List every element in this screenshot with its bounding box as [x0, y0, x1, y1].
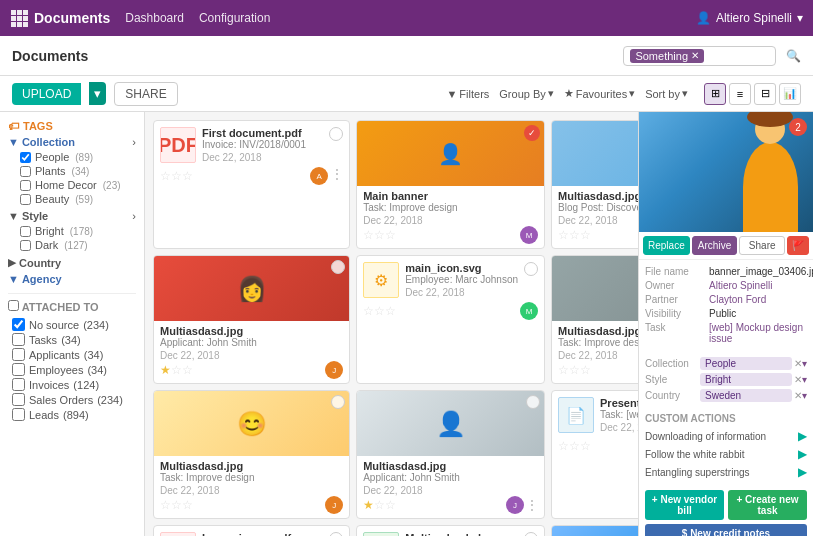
search-bar[interactable]: Something ✕: [623, 46, 776, 66]
doc-card-2[interactable]: 🏔 Multiasdasd.jpg Blog Post: Discover Od…: [551, 120, 638, 249]
attached-invoices[interactable]: Invoices (124): [8, 377, 136, 392]
search-icon[interactable]: 🔍: [786, 49, 801, 63]
sidebar-item-plants[interactable]: Plants (34): [8, 164, 136, 178]
grid-view-button[interactable]: ⊞: [704, 83, 726, 105]
attached-no-source[interactable]: No source (234): [8, 317, 136, 332]
doc-select-7[interactable]: [526, 395, 540, 409]
vendor-bill-button[interactable]: + New vendor bill: [645, 490, 724, 520]
panel-share-button[interactable]: Share: [739, 236, 785, 255]
dark-checkbox[interactable]: [20, 240, 31, 251]
tags-title: 🏷 TAGS: [8, 120, 136, 132]
invoices-checkbox[interactable]: [12, 378, 25, 391]
people-checkbox[interactable]: [20, 152, 31, 163]
panel-flag-button[interactable]: 🚩: [787, 236, 809, 255]
doc-card-4[interactable]: ⚙ main_icon.svg Employee: Marc Johnson D…: [356, 255, 545, 384]
doc-card-1[interactable]: 👤 ✓ Main banner Task: Improve design Dec…: [356, 120, 545, 249]
doc-stars-6[interactable]: ☆☆☆: [160, 498, 193, 512]
doc-select-3[interactable]: [331, 260, 345, 274]
panel-replace-button[interactable]: Replace: [643, 236, 690, 255]
sidebar-item-home-decor[interactable]: Home Decor (23): [8, 178, 136, 192]
panel-archive-button[interactable]: Archive: [692, 236, 738, 255]
style-arrow[interactable]: ▾: [802, 374, 807, 385]
collection-remove[interactable]: ✕: [794, 358, 802, 369]
doc-card-10[interactable]: X Multiasdasd.xls Employee: Marc Johnson…: [356, 525, 545, 536]
doc-card-6[interactable]: 😊 Multiasdasd.jpg Task: Improve design D…: [153, 390, 350, 519]
sidebar-agency[interactable]: ▼ Agency: [8, 273, 136, 285]
custom-action-2[interactable]: Entangling superstrings ▶: [645, 464, 807, 480]
sidebar-style[interactable]: ▼ Style ›: [8, 210, 136, 222]
custom-action-0[interactable]: Downloading of information ▶: [645, 428, 807, 444]
sales-orders-checkbox[interactable]: [12, 393, 25, 406]
attached-sales-orders[interactable]: Sales Orders (234): [8, 392, 136, 407]
tasks-checkbox[interactable]: [12, 333, 25, 346]
chart-view-button[interactable]: 📊: [779, 83, 801, 105]
doc-stars-5[interactable]: ☆☆☆: [558, 363, 591, 377]
doc-card-3[interactable]: 👩 Multiasdasd.jpg Applicant: John Smith …: [153, 255, 350, 384]
employees-checkbox[interactable]: [12, 363, 25, 376]
group-by-button[interactable]: Group By ▾: [499, 87, 553, 100]
filters-button[interactable]: ▼ Filters: [446, 88, 489, 100]
search-tag-close[interactable]: ✕: [691, 50, 699, 61]
sidebar-item-dark[interactable]: Dark (127): [8, 238, 136, 252]
sidebar-collection[interactable]: ▼ Collection ›: [8, 136, 136, 148]
doc-more-7[interactable]: ⋮: [526, 498, 538, 512]
sidebar-country[interactable]: ▶ Country: [8, 256, 136, 269]
credit-notes-button[interactable]: $ New credit notes: [645, 524, 807, 536]
doc-card-9[interactable]: PDF Lorem ipsum.pdf Task: [web] Improve …: [153, 525, 350, 536]
user-area[interactable]: 👤 Altiero Spinelli ▾: [696, 11, 803, 25]
doc-stars-7[interactable]: ★☆☆: [363, 498, 396, 512]
attached-checkbox[interactable]: [8, 300, 19, 311]
sidebar-item-bright[interactable]: Bright (178): [8, 224, 136, 238]
doc-stars-4[interactable]: ☆☆☆: [363, 304, 396, 318]
attached-tasks[interactable]: Tasks (34): [8, 332, 136, 347]
leads-checkbox[interactable]: [12, 408, 25, 421]
doc-stars-2[interactable]: ☆☆☆: [558, 228, 591, 242]
upload-arrow-button[interactable]: ▾: [89, 82, 106, 105]
sidebar: 🏷 TAGS ▼ Collection › People (89) Plants…: [0, 112, 145, 536]
attached-employees[interactable]: Employees (34): [8, 362, 136, 377]
attached-leads[interactable]: Leads (894): [8, 407, 136, 422]
search-tag[interactable]: Something ✕: [630, 49, 704, 63]
doc-card-8[interactable]: 📄 Presentation.doc Task: [web] Improve d…: [551, 390, 638, 519]
doc-select-9[interactable]: [329, 532, 343, 536]
table-view-button[interactable]: ⊟: [754, 83, 776, 105]
bright-checkbox[interactable]: [20, 226, 31, 237]
panel-footer-buttons: + New vendor bill + Create new task $ Ne…: [639, 486, 813, 536]
sort-by-button[interactable]: Sort by ▾: [645, 87, 688, 100]
doc-select-4[interactable]: [524, 262, 538, 276]
doc-card-0[interactable]: PDF First document.pdf Invoice: INV/2018…: [153, 120, 350, 249]
custom-action-1[interactable]: Follow the white rabbit ▶: [645, 446, 807, 462]
doc-stars-1[interactable]: ☆☆☆: [363, 228, 396, 242]
search-input[interactable]: [709, 50, 769, 62]
no-source-checkbox[interactable]: [12, 318, 25, 331]
doc-card-11[interactable]: 🏙 Multiasdasd.jpg Task: Improve design D…: [551, 525, 638, 536]
applicants-checkbox[interactable]: [12, 348, 25, 361]
doc-more-0[interactable]: ⋮: [331, 167, 343, 185]
style-remove[interactable]: ✕: [794, 374, 802, 385]
collection-arrow[interactable]: ▾: [802, 358, 807, 369]
nav-configuration[interactable]: Configuration: [199, 11, 270, 25]
sidebar-item-people[interactable]: People (89): [8, 150, 136, 164]
nav-dashboard[interactable]: Dashboard: [125, 11, 184, 25]
attached-applicants[interactable]: Applicants (34): [8, 347, 136, 362]
country-arrow[interactable]: ▾: [802, 390, 807, 401]
create-task-button[interactable]: + Create new task: [728, 490, 807, 520]
country-icon: ▶: [8, 256, 16, 269]
doc-select-10[interactable]: [524, 532, 538, 536]
upload-button[interactable]: UPLOAD: [12, 83, 81, 105]
doc-select-0[interactable]: [329, 127, 343, 141]
doc-card-5[interactable]: 🏔 Multiasdasd.jpg Task: Improve design D…: [551, 255, 638, 384]
country-remove[interactable]: ✕: [794, 390, 802, 401]
share-button[interactable]: SHARE: [114, 82, 177, 106]
beauty-checkbox[interactable]: [20, 194, 31, 205]
doc-stars-3[interactable]: ★☆☆: [160, 363, 193, 377]
sidebar-item-beauty[interactable]: Beauty (59): [8, 192, 136, 206]
plants-checkbox[interactable]: [20, 166, 31, 177]
doc-stars-8[interactable]: ☆☆☆: [558, 439, 591, 453]
favourites-button[interactable]: ★ Favourites ▾: [564, 87, 635, 100]
list-view-button[interactable]: ≡: [729, 83, 751, 105]
doc-card-7[interactable]: 👤 Multiasdasd.jpg Applicant: John Smith …: [356, 390, 545, 519]
doc-select-6[interactable]: [331, 395, 345, 409]
doc-stars-0[interactable]: ☆☆☆: [160, 169, 193, 183]
home-decor-checkbox[interactable]: [20, 180, 31, 191]
